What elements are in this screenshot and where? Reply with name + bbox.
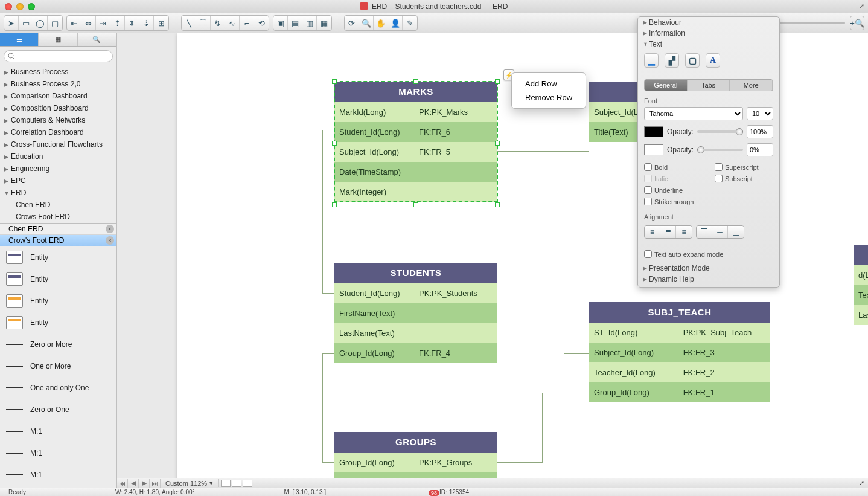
entity-teachers[interactable]: TEACHERSd(Long)PK:PK_TeText)LastName(Tex… — [854, 245, 868, 325]
bring-forward-icon[interactable]: ▤ — [288, 16, 302, 30]
close-stencil-icon[interactable]: × — [106, 225, 114, 233]
selection-handle[interactable] — [495, 202, 500, 207]
tree-item[interactable]: ▶Education — [0, 150, 116, 163]
selection-handle[interactable] — [332, 141, 337, 146]
section-behaviour[interactable]: ▶Behaviour — [638, 17, 779, 28]
first-page-icon[interactable]: ⏮ — [117, 479, 128, 488]
reroute-tool-icon[interactable]: ⟲ — [254, 16, 269, 30]
tab-grid-icon[interactable]: ▦ — [39, 33, 77, 46]
entity-row[interactable]: Group_Id(Long)PK:PK_Groups — [334, 453, 497, 472]
strike-checkbox[interactable]: Strikethrough — [638, 196, 709, 207]
italic-checkbox[interactable]: Italic — [638, 173, 709, 184]
pointer-tool-icon[interactable]: ➤ — [4, 16, 19, 30]
distribute-icon[interactable]: ⊞ — [154, 16, 168, 30]
align-center-icon[interactable]: ≣ — [660, 226, 676, 238]
entity-row[interactable]: Teacher_Id(Long)FK:FR_2 — [589, 362, 770, 382]
spline-tool-icon[interactable]: ∿ — [225, 16, 240, 30]
bg-color-swatch[interactable] — [644, 144, 663, 155]
underline-style-icon[interactable]: ▁ — [644, 53, 659, 68]
tab-tree-icon[interactable]: ☰ — [0, 33, 39, 46]
entity-row[interactable]: MarkId(Long)PK:PK_Marks — [334, 102, 497, 122]
tree-item[interactable]: Chen ERD — [0, 199, 116, 211]
entity-row[interactable]: LastName(Text) — [334, 323, 497, 343]
tree-item[interactable]: ▶Correlation Dashboard — [0, 126, 116, 138]
smart-connector-icon[interactable]: ↯ — [211, 16, 225, 30]
entity-row[interactable]: ST_Id(Long)PK:PK_Subj_Teach — [589, 323, 770, 343]
entity-groups[interactable]: GROUPSGroup_Id(Long)PK:PK_GroupsName(Tex… — [334, 432, 497, 478]
zoom-selector[interactable]: Custom 112%▾ — [161, 479, 219, 487]
text-opacity-value[interactable] — [747, 125, 773, 138]
stencil-item[interactable]: M:1 — [0, 442, 116, 464]
tree-item[interactable]: ▼ERD — [0, 187, 116, 199]
selection-handle[interactable] — [332, 79, 337, 84]
stencil-item[interactable]: Zero or More — [0, 333, 116, 355]
tree-item[interactable]: ▶Engineering — [0, 163, 116, 175]
entity-row[interactable]: Group_Id(Long)FK:FR_4 — [334, 343, 497, 363]
section-presentation[interactable]: ▶Presentation Mode — [638, 263, 779, 274]
edit-tool-icon[interactable]: ✎ — [403, 16, 417, 30]
auto-expand-checkbox[interactable]: Text auto expand mode — [638, 245, 779, 260]
zoom-tool-icon[interactable]: 🔍 — [359, 16, 374, 30]
align-middle-icon[interactable]: ⇕ — [125, 16, 139, 30]
arc-tool-icon[interactable]: ⌒ — [196, 16, 211, 30]
entity-row[interactable]: Subject_Id(Long)FK:FR_3 — [589, 343, 770, 362]
entity-row[interactable]: Student_Id(Long)PK:PK_Students — [334, 283, 497, 303]
highlight-style-icon[interactable]: ▞ — [665, 53, 679, 68]
font-size-select[interactable]: 10 — [747, 107, 773, 120]
inspector-panel[interactable]: ▶Behaviour ▶Information ▼Text ▁ ▞ ▢ A Ge… — [637, 16, 780, 288]
bg-opacity-slider[interactable] — [697, 149, 743, 151]
stencil-item[interactable]: Entity — [0, 268, 116, 290]
stencil-item[interactable]: M:1 — [0, 464, 116, 486]
selection-handle[interactable] — [495, 79, 500, 84]
tab-general[interactable]: General — [645, 80, 688, 91]
entity-row[interactable]: Date(TimeStamp) — [334, 162, 497, 182]
route-tool-icon[interactable]: ⌐ — [240, 16, 254, 30]
prev-page-icon[interactable]: ◀ — [128, 479, 139, 488]
stencil-item[interactable]: M:1 — [0, 420, 116, 442]
align-left-icon[interactable]: ≡ — [645, 226, 660, 238]
tab-search-icon[interactable]: 🔍 — [78, 33, 116, 46]
close-stencil-icon[interactable]: × — [106, 236, 114, 245]
bg-opacity-value[interactable] — [747, 143, 773, 156]
bring-front-icon[interactable]: ▣ — [273, 16, 288, 30]
align-center-icon[interactable]: ⇔ — [81, 16, 96, 30]
stencil-item[interactable]: Entity — [0, 246, 116, 268]
selection-handle[interactable] — [413, 202, 418, 207]
page-thumb[interactable] — [243, 480, 252, 487]
align-bottom-icon[interactable]: ▁ — [728, 226, 744, 238]
stencil-item[interactable]: Entity — [0, 290, 116, 312]
entity-row[interactable]: LastName(Text) — [854, 305, 868, 325]
align-top-icon[interactable]: ⇡ — [110, 16, 125, 30]
send-backward-icon[interactable]: ▥ — [302, 16, 317, 30]
tree-item[interactable]: ▶Computers & Networks — [0, 114, 116, 126]
entity-row[interactable]: Text) — [854, 285, 868, 305]
entity-subjteach[interactable]: SUBJ_TEACHST_Id(Long)PK:PK_Subj_TeachSub… — [589, 302, 770, 402]
tree-item[interactable]: ▶Comparison Dashboard — [0, 90, 116, 102]
menu-remove-row[interactable]: Remove Row — [512, 91, 586, 105]
menu-add-row[interactable]: Add Row — [512, 77, 586, 91]
box-style-icon[interactable]: ▢ — [685, 53, 700, 68]
refresh-icon[interactable]: ⟳ — [345, 16, 359, 30]
entity-row[interactable]: FirstName(Text) — [334, 303, 497, 323]
font-style-icon[interactable]: A — [706, 53, 720, 68]
next-page-icon[interactable]: ▶ — [139, 479, 150, 488]
selection-handle[interactable] — [495, 141, 500, 146]
expand-scroll-icon[interactable]: ⤢ — [857, 479, 868, 487]
send-back-icon[interactable]: ▦ — [317, 16, 331, 30]
bold-checkbox[interactable]: Bold — [638, 161, 709, 173]
align-bottom-icon[interactable]: ⇣ — [139, 16, 154, 30]
sub-checkbox[interactable]: Subscript — [709, 173, 779, 184]
underline-checkbox[interactable]: Underline — [638, 184, 709, 196]
align-vmid-icon[interactable]: ─ — [712, 226, 728, 238]
page-thumb[interactable] — [221, 480, 231, 487]
text-opacity-slider[interactable] — [697, 130, 743, 133]
align-left-icon[interactable]: ⇤ — [67, 16, 81, 30]
entity-row[interactable]: Subject_Id(Long)FK:FR_5 — [334, 142, 497, 162]
zoom-in-icon[interactable]: +🔍 — [850, 16, 864, 30]
tree-item[interactable]: ▶Business Process — [0, 66, 116, 78]
entity-students[interactable]: STUDENTSStudent_Id(Long)PK:PK_StudentsFi… — [334, 263, 497, 363]
tree-item[interactable]: Crows Foot ERD — [0, 211, 116, 223]
selection-handle[interactable] — [413, 79, 418, 84]
entity-marks[interactable]: MARKSMarkId(Long)PK:PK_MarksStudent_Id(L… — [334, 82, 497, 202]
super-checkbox[interactable]: Superscript — [709, 161, 779, 173]
